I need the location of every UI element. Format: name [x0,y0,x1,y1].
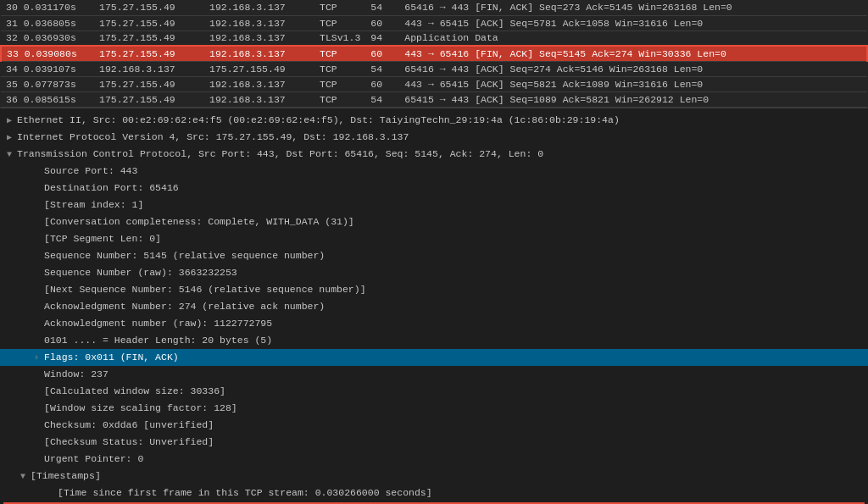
col-len: 94 [365,30,399,46]
detail-line[interactable]: ▶Internet Protocol Version 4, Src: 175.2… [0,129,868,146]
col-dst: 192.168.3.137 [204,76,314,91]
col-no: 32 0.036930s [1,30,94,46]
col-dst: 192.168.3.137 [204,0,314,15]
detail-line[interactable]: ›Flags: 0x011 (FIN, ACK) [0,349,868,366]
no-arrow [34,198,44,213]
col-proto: TCP [314,76,365,91]
col-dst: 192.168.3.137 [204,15,314,30]
no-arrow [34,452,44,467]
col-info: 443 → 65416 [FIN, ACK] Seq=5145 Ack=274 … [399,46,867,61]
col-info: 65416 → 443 [ACK] Seq=274 Ack=5146 Win=2… [399,61,867,76]
col-src: 175.27.155.49 [94,76,204,91]
col-proto: TCP [314,0,365,15]
col-no: 35 0.077873s [1,76,94,91]
detail-line[interactable]: ▶Ethernet II, Src: 00:e2:69:62:e4:f5 (00… [0,112,868,129]
no-arrow [34,181,44,196]
table-row[interactable]: 34 0.039107s 192.168.3.137 175.27.155.49… [1,61,867,76]
expand-arrow: ▶ [7,114,17,128]
col-len: 60 [365,76,399,91]
detail-line: 0101 .... = Header Length: 20 bytes (5) [0,332,868,349]
packet-list: 30 0.031170s 175.27.155.49 192.168.3.137… [0,0,868,108]
col-len: 60 [365,15,399,30]
expand-arrow: ▶ [7,130,17,145]
packet-table: 30 0.031170s 175.27.155.49 192.168.3.137… [0,0,868,108]
no-arrow [34,418,44,433]
detail-line: Checksum: 0xdda6 [unverified] [0,417,868,434]
detail-line: [Checksum Status: Unverified] [0,434,868,451]
detail-line: [Conversation completeness: Complete, WI… [0,213,868,230]
col-no: 34 0.039107s [1,61,94,76]
detail-line: [Calculated window size: 30336] [0,383,868,400]
col-src: 175.27.155.49 [94,46,204,61]
col-info: 443 → 65415 [ACK] Seq=5821 Ack=1089 Win=… [399,76,867,91]
detail-line: [TCP Segment Len: 0] [0,230,868,247]
col-len: 54 [365,91,399,107]
col-no: 36 0.085615s [1,91,94,107]
detail-line: Sequence Number (raw): 3663232253 [0,264,868,281]
table-row[interactable]: 33 0.039080s 175.27.155.49 192.168.3.137… [1,46,867,61]
detail-panel: ▶Ethernet II, Src: 00:e2:69:62:e4:f5 (00… [0,108,868,505]
no-arrow [47,486,58,501]
collapse-arrow: ▼ [20,469,31,484]
detail-line: Sequence Number: 5145 (relative sequence… [0,247,868,264]
table-row[interactable]: 36 0.085615s 175.27.155.49 192.168.3.137… [1,91,867,107]
col-dst: 192.168.3.137 [204,30,314,46]
col-len: 60 [365,46,399,61]
table-row[interactable]: 35 0.077873s 175.27.155.49 192.168.3.137… [1,76,867,91]
table-row[interactable]: 32 0.036930s 175.27.155.49 192.168.3.137… [1,30,867,46]
no-arrow [34,215,44,230]
no-arrow [34,317,44,331]
no-arrow [34,283,44,297]
detail-line: [Time since first frame in this TCP stre… [0,485,868,501]
detail-line: [Next Sequence Number: 5146 (relative se… [0,281,868,298]
col-no: 33 0.039080s [1,46,94,61]
col-len: 54 [365,61,399,76]
collapse-arrow: ▼ [7,147,17,162]
col-info: Application Data [399,30,867,46]
no-arrow [34,266,44,280]
col-proto: TCP [314,61,365,76]
detail-line: Acknowledgment Number: 274 (relative ack… [0,298,868,315]
col-proto: TLSv1.3 [314,30,365,46]
col-info: 65416 → 443 [FIN, ACK] Seq=273 Ack=5145 … [399,0,867,15]
detail-line: Source Port: 443 [0,163,868,180]
table-row[interactable]: 30 0.031170s 175.27.155.49 192.168.3.137… [1,0,867,15]
col-no: 30 0.031170s [1,0,94,15]
col-proto: TCP [314,15,365,30]
detail-line: [Window size scaling factor: 128] [0,400,868,417]
detail-line[interactable]: ▼[Timestamps] [0,468,868,485]
no-arrow [34,232,44,246]
col-src: 175.27.155.49 [94,0,204,15]
col-src: 175.27.155.49 [94,91,204,107]
no-arrow [34,368,44,382]
col-proto: TCP [314,91,365,107]
no-arrow [34,164,44,179]
detail-line: Destination Port: 65416 [0,180,868,197]
no-arrow [34,300,44,314]
col-no: 31 0.036805s [1,15,94,30]
col-info: 443 → 65415 [ACK] Seq=5781 Ack=1058 Win=… [399,15,867,30]
detail-line: [Stream index: 1] [0,197,868,213]
col-dst: 192.168.3.137 [204,91,314,107]
col-dst: 192.168.3.137 [204,46,314,61]
col-proto: TCP [314,46,365,61]
col-src: 192.168.3.137 [94,61,204,76]
detail-line: Window: 237 [0,366,868,383]
detail-line: Acknowledgment number (raw): 1122772795 [0,315,868,332]
col-dst: 175.27.155.49 [204,61,314,76]
col-info: 65415 → 443 [ACK] Seq=1089 Ack=5821 Win=… [399,91,867,107]
detail-line[interactable]: ▼Transmission Control Protocol, Src Port… [0,146,868,163]
no-arrow [34,402,44,416]
col-len: 54 [365,0,399,15]
no-arrow [34,249,44,263]
col-src: 175.27.155.49 [94,15,204,30]
no-arrow [34,334,44,348]
table-row[interactable]: 31 0.036805s 175.27.155.49 192.168.3.137… [1,15,867,30]
no-arrow [34,435,44,450]
arrow-right: › [34,351,44,365]
no-arrow [34,385,44,399]
col-src: 175.27.155.49 [94,30,204,46]
detail-line: Urgent Pointer: 0 [0,451,868,468]
